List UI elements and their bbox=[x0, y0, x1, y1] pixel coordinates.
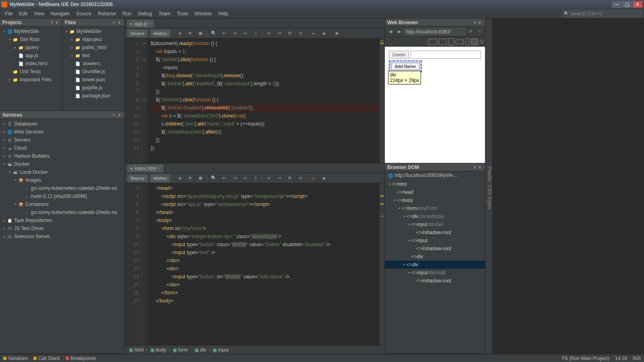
fold-icon[interactable] bbox=[142, 200, 147, 208]
breadcrumb[interactable]: ▣ html›▣ body›▣ form›▣ div›▣ input› bbox=[125, 345, 384, 354]
add-name-button[interactable]: Add Name bbox=[391, 63, 419, 70]
dom-node[interactable]: <>#shadow-root bbox=[385, 245, 485, 253]
prev-icon[interactable]: ⇤ bbox=[220, 29, 228, 37]
tree-item[interactable]: ▸📁jquery bbox=[0, 43, 62, 51]
menu-tools[interactable]: Tools bbox=[173, 10, 191, 18]
fold-icon[interactable] bbox=[142, 273, 147, 281]
tree-item[interactable]: 📄package.json bbox=[62, 92, 124, 100]
history-button[interactable]: History bbox=[150, 174, 170, 182]
tree-item[interactable]: ▾🐳Local Docker bbox=[0, 168, 124, 176]
tree-item[interactable]: ▫gcr.io/my-kubernetes-codelab-2/hello-no bbox=[0, 184, 124, 192]
fold-icon[interactable]: ⊟ bbox=[142, 39, 147, 47]
device-tablet-land-icon[interactable] bbox=[456, 39, 464, 44]
tree-toggle-icon[interactable]: ▸ bbox=[2, 130, 6, 134]
close-icon[interactable]: × bbox=[50, 20, 54, 25]
fold-icon[interactable] bbox=[142, 128, 147, 136]
fold-icon[interactable] bbox=[142, 64, 147, 72]
fold-icon[interactable] bbox=[142, 72, 147, 80]
menu-refactor[interactable]: Refactor bbox=[95, 10, 119, 18]
code-editor-bottom[interactable]: 34567891011121314151617 <head> <script s… bbox=[125, 183, 384, 345]
fold-icon[interactable] bbox=[142, 184, 147, 192]
tree-toggle-icon[interactable]: ▸ bbox=[70, 45, 74, 49]
global-search-input[interactable]: Search (Ctrl+I) bbox=[562, 10, 642, 17]
tree-item[interactable]: ▸📋Task Repositories bbox=[0, 216, 124, 224]
dom-node[interactable]: <>div bbox=[385, 253, 485, 261]
tree-item[interactable]: 📄index.html bbox=[0, 60, 62, 68]
nav-back-icon[interactable]: ⬗ bbox=[175, 29, 184, 37]
minimize-icon[interactable]: ▾ bbox=[116, 20, 122, 25]
dom-node[interactable]: ▾<>div bbox=[385, 261, 485, 269]
fold-icon[interactable] bbox=[142, 208, 147, 216]
fold-icon[interactable] bbox=[142, 241, 147, 249]
tree-item[interactable]: 📄gulpfile.js bbox=[62, 84, 124, 92]
tree-toggle-icon[interactable]: ▸ bbox=[2, 234, 6, 239]
menu-view[interactable]: View bbox=[31, 10, 47, 18]
device-auto-icon[interactable] bbox=[471, 39, 478, 45]
tree-item[interactable]: ▾🐳Docker bbox=[0, 160, 124, 168]
projects-panel-header[interactable]: Projects × ▾ bbox=[0, 19, 62, 27]
dom-node[interactable]: <>#shadow-root bbox=[385, 228, 485, 237]
menu-team[interactable]: Team bbox=[155, 10, 173, 18]
editor-tab-indexhtml[interactable]: ● index.html × bbox=[126, 164, 164, 173]
fold-icon[interactable] bbox=[142, 232, 147, 241]
services-tree[interactable]: ▸🗄Databases▸🌐Web Services▸🖥Servers▸☁Clou… bbox=[0, 119, 124, 354]
shift-right-icon[interactable]: ⇒ bbox=[275, 29, 283, 37]
tree-toggle-icon[interactable]: ▸ bbox=[2, 138, 6, 142]
dom-node[interactable]: ▾<>html bbox=[385, 180, 485, 188]
history-button[interactable]: History bbox=[150, 29, 170, 37]
breadcrumb-item[interactable]: ▣ form bbox=[171, 347, 190, 353]
tree-item[interactable]: ▫node:0.12 [sha256:c6586] bbox=[0, 192, 124, 200]
fold-icon[interactable] bbox=[142, 47, 147, 56]
fold-icon[interactable]: ⊟ bbox=[142, 56, 147, 64]
tree-item[interactable]: 📄bower.json bbox=[62, 76, 124, 84]
minimize-icon[interactable]: ▾ bbox=[477, 20, 483, 25]
tree-item[interactable]: ▾📁MyWebSite bbox=[62, 27, 124, 35]
device-tablet-icon[interactable] bbox=[448, 38, 454, 45]
tree-item[interactable]: ▾🌐MyWebSite bbox=[0, 27, 62, 35]
fold-icon[interactable]: ⊟ bbox=[142, 96, 147, 104]
menu-debug[interactable]: Debug bbox=[135, 10, 155, 18]
prev-icon[interactable]: ⇤ bbox=[220, 174, 228, 182]
shift-left-icon[interactable]: ⇐ bbox=[265, 174, 273, 182]
find-icon[interactable]: 🔍 bbox=[210, 29, 218, 37]
menu-edit[interactable]: Edit bbox=[16, 10, 31, 18]
close-icon[interactable]: × bbox=[473, 165, 477, 170]
next-icon[interactable]: ⇥ bbox=[231, 29, 239, 37]
close-icon[interactable]: × bbox=[112, 20, 116, 25]
dom-node[interactable]: <>head bbox=[385, 188, 485, 196]
tree-item[interactable]: ▾📦Images bbox=[0, 176, 124, 184]
tree-item[interactable]: ▸📁test bbox=[62, 51, 124, 60]
right-strip[interactable]: Palette CSS Styles bbox=[485, 19, 492, 354]
tree-item[interactable]: ▸🗄Databases bbox=[0, 120, 124, 128]
shift-left-icon[interactable]: ⇐ bbox=[265, 29, 273, 37]
breadcrumb-item[interactable]: ▣ input bbox=[211, 347, 230, 353]
tree-item[interactable]: 📄app.js bbox=[0, 51, 62, 60]
palette-tab[interactable]: Palette bbox=[487, 167, 492, 181]
nav-fwd-icon[interactable]: ⬘ bbox=[186, 174, 194, 182]
tree-toggle-icon[interactable]: ▸ bbox=[70, 37, 74, 41]
tree-toggle-icon[interactable]: ▾ bbox=[387, 182, 392, 186]
tree-toggle-icon[interactable]: ▾ bbox=[402, 263, 407, 267]
tree-item[interactable]: 📄Gruntfile.js bbox=[62, 68, 124, 76]
breadcrumb-item[interactable]: ▣ html bbox=[127, 347, 145, 353]
last-edit-icon[interactable]: ▣ bbox=[196, 174, 204, 182]
tree-toggle-icon[interactable]: ▾ bbox=[64, 29, 69, 33]
uncomment-icon[interactable]: ⧈ bbox=[296, 174, 304, 182]
dom-node[interactable]: ▾<>div.clonedInput bbox=[385, 212, 485, 220]
fold-icon[interactable] bbox=[142, 289, 147, 297]
menu-source[interactable]: Source bbox=[73, 10, 95, 18]
delete-button[interactable]: Delete bbox=[389, 51, 409, 59]
menu-window[interactable]: Window bbox=[191, 10, 215, 18]
callstack-tab[interactable]: Call Stack bbox=[33, 356, 60, 361]
fold-icon[interactable] bbox=[142, 80, 147, 88]
uncomment-icon[interactable]: ⧈ bbox=[296, 29, 304, 37]
dom-node[interactable]: ▾<>input.btnDel bbox=[385, 220, 485, 228]
code-editor-top[interactable]: 1234567891011121314 ⊟⊟⊟ $(document).read… bbox=[125, 39, 384, 163]
stop-load-icon[interactable]: ✕ bbox=[475, 28, 483, 36]
tree-item[interactable]: 📄.bowerrc bbox=[62, 60, 124, 68]
fold-icon[interactable] bbox=[142, 112, 147, 120]
next-icon[interactable]: ⇥ bbox=[231, 174, 239, 182]
stop-icon[interactable]: ■ bbox=[320, 174, 328, 182]
tree-toggle-icon[interactable]: ▾ bbox=[407, 222, 411, 226]
comment-icon[interactable]: ⧉ bbox=[286, 174, 294, 182]
